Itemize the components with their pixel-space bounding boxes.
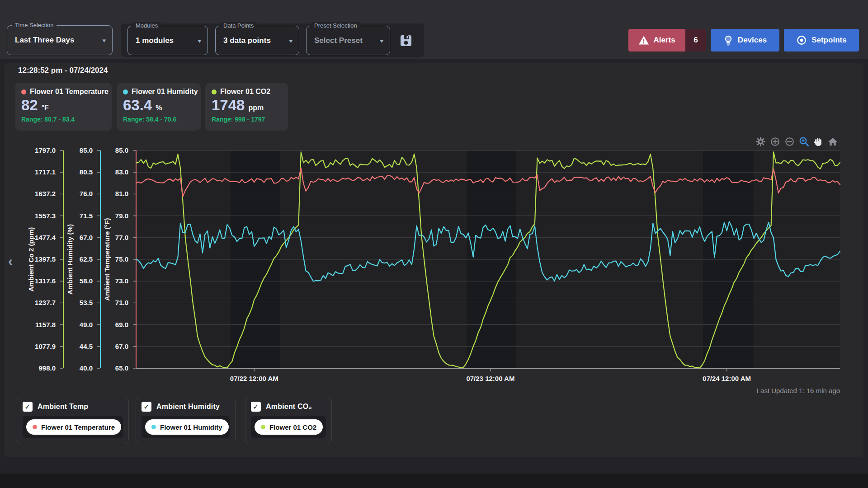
legend-card-humidity: ✓ Ambient Humidity Flower 01 Humidity bbox=[136, 397, 236, 444]
stat-value: 1748 bbox=[212, 98, 245, 113]
svg-text:998.0: 998.0 bbox=[38, 364, 56, 372]
lightbulb-icon bbox=[723, 35, 733, 46]
svg-text:49.0: 49.0 bbox=[80, 321, 93, 328]
legend-label: Ambient Temp bbox=[38, 403, 88, 411]
stat-name: Flower 01 CO2 bbox=[220, 88, 270, 96]
stat-unit: ppm bbox=[248, 104, 264, 112]
preset-selection-dropdown[interactable]: Preset Selection Select Preset ▾ bbox=[306, 26, 390, 55]
series-dot-temperature bbox=[33, 425, 37, 429]
svg-text:1477.4: 1477.4 bbox=[35, 234, 56, 241]
time-selection-value: Last Three Days bbox=[15, 36, 74, 45]
series-pill-humidity[interactable]: Flower 01 Humidity bbox=[145, 419, 229, 435]
svg-text:67.0: 67.0 bbox=[115, 343, 128, 350]
svg-text:1157.8: 1157.8 bbox=[35, 321, 56, 328]
last-updated-text: Last Updated 1: 16 min ago bbox=[704, 387, 840, 394]
stat-card-temperature: Flower 01 Temperature 82 °F Range: 80.7 … bbox=[15, 83, 112, 131]
svg-text:Ambient Humidity (%): Ambient Humidity (%) bbox=[66, 224, 74, 295]
stat-value: 82 bbox=[21, 98, 38, 113]
time-selection-dropdown[interactable]: Time Selection Last Three Days ▾ bbox=[7, 25, 113, 55]
top-bar: Time Selection Last Three Days ▾ Modules… bbox=[0, 0, 868, 59]
svg-text:07/24 12:00 AM: 07/24 12:00 AM bbox=[703, 375, 751, 382]
series-dot-temperature bbox=[21, 89, 26, 94]
series-dot-humidity bbox=[123, 89, 128, 94]
checkbox-ambient-co2[interactable]: ✓ bbox=[251, 402, 261, 412]
svg-text:65.0: 65.0 bbox=[115, 364, 128, 372]
series-pill-label: Flower 01 Temperature bbox=[41, 423, 115, 431]
svg-text:77.0: 77.0 bbox=[115, 234, 128, 241]
svg-text:76.0: 76.0 bbox=[80, 190, 93, 197]
svg-text:1557.3: 1557.3 bbox=[35, 212, 56, 220]
checkbox-ambient-temp[interactable]: ✓ bbox=[23, 402, 33, 412]
chevron-down-icon: ▾ bbox=[289, 37, 293, 44]
svg-text:1637.2: 1637.2 bbox=[35, 190, 56, 197]
svg-text:71.0: 71.0 bbox=[115, 299, 128, 306]
svg-text:53.5: 53.5 bbox=[80, 299, 93, 306]
data-points-label: Data Points bbox=[221, 22, 256, 29]
modules-label: Modules bbox=[133, 22, 160, 29]
current-timestamp: 12:28:52 pm - 07/24/2024 bbox=[18, 66, 108, 75]
warning-triangle-icon bbox=[638, 35, 649, 45]
svg-text:85.0: 85.0 bbox=[80, 146, 93, 154]
stat-unit: % bbox=[156, 104, 162, 112]
alerts-label: Alerts bbox=[653, 36, 675, 45]
series-pill-co2[interactable]: Flower 01 CO2 bbox=[255, 419, 323, 435]
svg-text:85.0: 85.0 bbox=[115, 146, 128, 154]
devices-button[interactable]: Devices bbox=[711, 29, 779, 52]
series-pill-label: Flower 01 Humidity bbox=[160, 423, 222, 431]
modules-value: 1 modules bbox=[136, 36, 174, 45]
legend-label: Ambient CO₂ bbox=[266, 403, 312, 411]
checkbox-ambient-humidity[interactable]: ✓ bbox=[142, 402, 151, 412]
save-preset-button[interactable] bbox=[397, 32, 415, 50]
stat-name: Flower 01 Temperature bbox=[30, 88, 108, 96]
svg-text:71.5: 71.5 bbox=[80, 212, 93, 220]
stat-range: Range: 58.4 - 70.6 bbox=[123, 116, 194, 123]
series-pill-temperature[interactable]: Flower 01 Temperature bbox=[26, 419, 121, 435]
legend-label: Ambient Humidity bbox=[156, 403, 220, 411]
svg-text:58.0: 58.0 bbox=[80, 277, 93, 285]
svg-text:07/23 12:00 AM: 07/23 12:00 AM bbox=[466, 375, 514, 382]
svg-text:1797.0: 1797.0 bbox=[35, 146, 56, 154]
floppy-disk-icon bbox=[399, 34, 413, 47]
svg-text:75.0: 75.0 bbox=[115, 255, 128, 263]
stat-name: Flower 01 Humidity bbox=[132, 88, 198, 96]
modules-dropdown[interactable]: Modules 1 modules ▾ bbox=[127, 26, 208, 55]
svg-text:83.0: 83.0 bbox=[115, 168, 128, 176]
time-selection-label: Time Selection bbox=[12, 22, 57, 29]
stat-range: Range: 80.7 - 83.4 bbox=[21, 116, 105, 123]
series-dot-co2 bbox=[212, 89, 217, 94]
svg-text:67.0: 67.0 bbox=[80, 234, 93, 241]
alerts-count-badge: 6 bbox=[685, 36, 706, 45]
setpoints-label: Setpoints bbox=[811, 36, 846, 45]
svg-text:1717.1: 1717.1 bbox=[35, 168, 56, 176]
svg-text:69.0: 69.0 bbox=[115, 321, 128, 328]
chevron-down-icon: ▾ bbox=[103, 37, 106, 44]
data-points-dropdown[interactable]: Data Points 3 data points ▾ bbox=[215, 26, 299, 55]
preset-selection-value: Select Preset bbox=[314, 36, 363, 45]
svg-text:1397.5: 1397.5 bbox=[35, 255, 56, 263]
series-pill-label: Flower 01 CO2 bbox=[269, 423, 316, 431]
stat-card-humidity: Flower 01 Humidity 63.4 % Range: 58.4 - … bbox=[117, 83, 201, 131]
stat-unit: °F bbox=[42, 104, 49, 112]
svg-text:81.0: 81.0 bbox=[115, 190, 128, 197]
svg-text:80.5: 80.5 bbox=[80, 168, 93, 176]
alerts-button-main: Alerts bbox=[628, 29, 685, 52]
svg-text:73.0: 73.0 bbox=[115, 277, 128, 285]
data-points-value: 3 data points bbox=[223, 36, 271, 45]
target-icon bbox=[796, 35, 807, 46]
svg-text:62.5: 62.5 bbox=[80, 255, 93, 263]
svg-text:07/22 12:00 AM: 07/22 12:00 AM bbox=[230, 375, 278, 382]
legend-card-temperature: ✓ Ambient Temp Flower 01 Temperature bbox=[17, 397, 129, 444]
stat-value: 63.4 bbox=[123, 98, 152, 113]
chart-canvas[interactable]: 1797.01717.11637.21557.31477.41397.51317… bbox=[0, 134, 868, 398]
preset-selection-label: Preset Selection bbox=[311, 22, 360, 29]
stat-range: Range: 998 - 1797 bbox=[212, 116, 282, 123]
stat-card-co2: Flower 01 CO2 1748 ppm Range: 998 - 1797 bbox=[205, 83, 288, 131]
series-dot-humidity bbox=[151, 425, 156, 429]
svg-text:44.5: 44.5 bbox=[80, 343, 93, 350]
setpoints-button[interactable]: Setpoints bbox=[784, 29, 859, 52]
svg-text:Ambient Co 2 (ppm): Ambient Co 2 (ppm) bbox=[27, 227, 35, 292]
legend-card-co2: ✓ Ambient CO₂ Flower 01 CO2 bbox=[245, 397, 332, 444]
svg-text:1237.7: 1237.7 bbox=[35, 299, 56, 306]
alerts-button[interactable]: Alerts 6 bbox=[628, 29, 706, 52]
svg-text:1317.6: 1317.6 bbox=[35, 277, 56, 285]
